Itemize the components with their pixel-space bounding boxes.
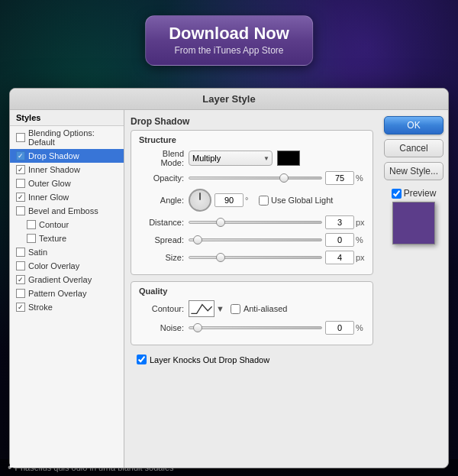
structure-section: Structure Blend Mode: Multiply ▼ Opacity… bbox=[131, 130, 373, 275]
angle-label: Angle: bbox=[139, 196, 189, 205]
opacity-row: Opacity: % bbox=[139, 171, 365, 185]
size-label: Size: bbox=[139, 253, 189, 262]
spread-slider-thumb[interactable] bbox=[193, 235, 202, 244]
styles-panel: Styles Blending Options: Default Drop Sh… bbox=[10, 110, 124, 468]
opacity-slider-thumb[interactable] bbox=[279, 173, 289, 183]
styles-list: Blending Options: Default Drop Shadow In… bbox=[10, 126, 124, 468]
contour-thumbnail[interactable] bbox=[189, 300, 214, 317]
opacity-label: Opacity: bbox=[139, 173, 189, 183]
checkbox-satin bbox=[16, 248, 25, 257]
settings-panel: Drop Shadow Structure Blend Mode: Multip… bbox=[124, 110, 379, 468]
size-input[interactable] bbox=[325, 251, 354, 264]
spread-input[interactable] bbox=[325, 233, 354, 247]
checkbox-bevel-emboss bbox=[16, 206, 25, 215]
opacity-slider-container bbox=[189, 176, 325, 180]
noise-slider-track[interactable] bbox=[189, 326, 322, 329]
spread-row: Spread: % bbox=[139, 233, 365, 247]
dialog-title: Layer Style bbox=[202, 93, 255, 105]
ok-button[interactable]: OK bbox=[384, 116, 443, 134]
anti-aliased-label: Anti-aliased bbox=[244, 304, 287, 313]
preview-label-row: Preview bbox=[392, 188, 437, 199]
preview-checkbox[interactable] bbox=[392, 189, 402, 199]
contour-label: Contour: bbox=[139, 304, 189, 313]
opacity-unit: % bbox=[356, 173, 365, 183]
spread-unit: % bbox=[356, 235, 365, 244]
styles-panel-header: Styles bbox=[10, 110, 124, 126]
layer-knocks-label: Layer Knocks Out Drop Shadow bbox=[150, 355, 269, 364]
drop-shadow-heading: Drop Shadow bbox=[131, 116, 373, 127]
sidebar-item-blending-options[interactable]: Blending Options: Default bbox=[10, 126, 124, 149]
cancel-button[interactable]: Cancel bbox=[384, 139, 443, 157]
sidebar-item-outer-glow[interactable]: Outer Glow bbox=[10, 176, 124, 190]
sidebar-item-contour[interactable]: Contour bbox=[10, 218, 124, 232]
size-row: Size: px bbox=[139, 251, 365, 264]
spread-label: Spread: bbox=[139, 235, 189, 244]
sidebar-item-inner-shadow[interactable]: Inner Shadow bbox=[10, 163, 124, 176]
preview-section: Preview bbox=[384, 188, 443, 244]
distance-slider-track[interactable] bbox=[189, 221, 322, 224]
download-button[interactable]: Download Now From the iTunes App Store bbox=[145, 15, 313, 66]
anti-aliased-checkbox[interactable] bbox=[231, 304, 240, 314]
checkbox-texture bbox=[27, 234, 36, 243]
structure-title: Structure bbox=[139, 135, 365, 144]
blend-mode-select-wrapper[interactable]: Multiply ▼ bbox=[189, 151, 273, 166]
dialog-titlebar: Layer Style bbox=[10, 89, 448, 110]
layer-style-dialog: Layer Style Styles Blending Options: Def… bbox=[9, 88, 449, 468]
download-banner[interactable]: Download Now From the iTunes App Store bbox=[145, 15, 313, 66]
angle-row: Angle: ° Use Global Light bbox=[139, 189, 365, 212]
drop-shadow-color-swatch[interactable] bbox=[277, 151, 300, 166]
use-global-light-checkbox[interactable] bbox=[259, 196, 269, 206]
size-slider-thumb[interactable] bbox=[216, 253, 225, 262]
sidebar-item-stroke[interactable]: Stroke bbox=[10, 300, 124, 314]
checkbox-drop-shadow bbox=[16, 151, 25, 160]
checkbox-gradient-overlay bbox=[16, 275, 25, 284]
sidebar-item-inner-glow[interactable]: Inner Glow bbox=[10, 190, 124, 204]
opacity-input[interactable] bbox=[325, 171, 354, 185]
size-unit: px bbox=[356, 253, 365, 262]
contour-dropdown-arrow-icon[interactable]: ▼ bbox=[216, 304, 224, 313]
distance-slider-thumb[interactable] bbox=[216, 218, 225, 227]
contour-row: Contour: ▼ Anti-aliased bbox=[139, 300, 365, 317]
noise-unit: % bbox=[356, 323, 365, 332]
angle-dial[interactable] bbox=[189, 189, 211, 212]
sidebar-item-bevel-emboss[interactable]: Bevel and Emboss bbox=[10, 204, 124, 218]
sidebar-item-texture[interactable]: Texture bbox=[10, 232, 124, 245]
checkbox-color-overlay bbox=[16, 261, 25, 270]
angle-input[interactable] bbox=[214, 193, 244, 207]
noise-input[interactable] bbox=[325, 321, 354, 335]
use-global-light-row: Use Global Light bbox=[259, 196, 333, 206]
download-title: Download Now bbox=[169, 24, 289, 44]
checkbox-inner-glow bbox=[16, 193, 25, 202]
size-slider-track[interactable] bbox=[189, 256, 322, 259]
opacity-slider-track[interactable] bbox=[189, 176, 322, 180]
right-buttons-panel: OK Cancel New Style... Preview bbox=[379, 110, 448, 468]
anti-aliased-row: Anti-aliased bbox=[231, 304, 287, 314]
use-global-light-label: Use Global Light bbox=[271, 196, 333, 205]
checkbox-inner-shadow bbox=[16, 165, 25, 174]
distance-row: Distance: px bbox=[139, 215, 365, 229]
preview-label-text: Preview bbox=[404, 188, 437, 199]
distance-slider-container bbox=[189, 221, 325, 224]
sidebar-item-pattern-overlay[interactable]: Pattern Overlay bbox=[10, 287, 124, 300]
distance-input[interactable] bbox=[325, 215, 354, 229]
noise-slider-container bbox=[189, 326, 325, 329]
sidebar-item-gradient-overlay[interactable]: Gradient Overlay bbox=[10, 273, 124, 287]
noise-slider-thumb[interactable] bbox=[193, 323, 202, 332]
sidebar-item-drop-shadow[interactable]: Drop Shadow bbox=[10, 149, 124, 163]
dialog-body: Styles Blending Options: Default Drop Sh… bbox=[10, 110, 448, 468]
checkbox-pattern-overlay bbox=[16, 289, 25, 298]
distance-label: Distance: bbox=[139, 218, 189, 227]
distance-unit: px bbox=[356, 218, 365, 227]
preview-box bbox=[392, 202, 435, 244]
sidebar-item-satin[interactable]: Satin bbox=[10, 245, 124, 259]
quality-section: Quality Contour: ▼ Anti-aliased bbox=[131, 281, 373, 345]
noise-label: Noise: bbox=[139, 323, 189, 332]
sidebar-item-color-overlay[interactable]: Color Overlay bbox=[10, 259, 124, 273]
quality-title: Quality bbox=[139, 287, 365, 296]
spread-slider-track[interactable] bbox=[189, 238, 322, 241]
blend-mode-select[interactable]: Multiply bbox=[189, 151, 273, 166]
layer-knocks-checkbox[interactable] bbox=[137, 355, 147, 364]
checkbox-stroke bbox=[16, 303, 25, 312]
angle-unit: ° bbox=[245, 196, 254, 205]
new-style-button[interactable]: New Style... bbox=[384, 162, 443, 180]
